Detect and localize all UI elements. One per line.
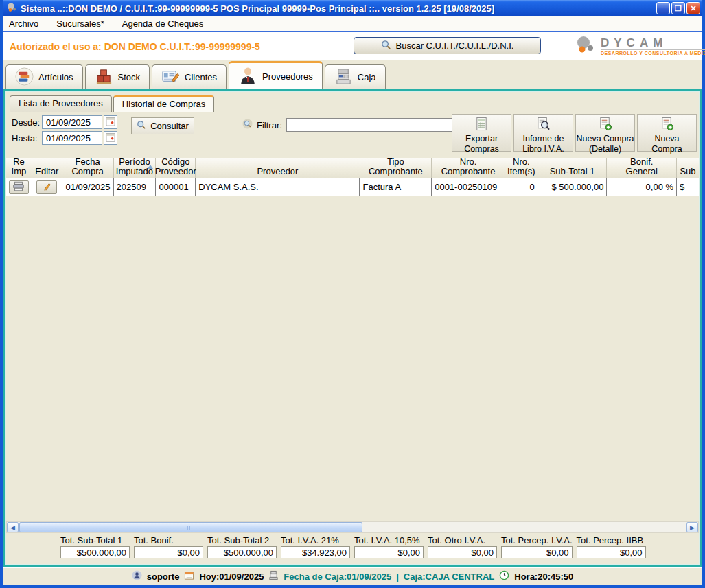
new-document-icon — [598, 117, 612, 134]
tab-stock[interactable]: Stock — [85, 64, 150, 89]
sub-tabstrip: Lista de Proveedores Historial de Compra… — [5, 91, 700, 112]
action-label: Nueva Compra — [576, 134, 634, 144]
calendar-icon — [106, 117, 115, 128]
total-value: $500.000,00 — [207, 546, 277, 558]
total-label: Tot. Bonif. — [134, 535, 203, 545]
total-value: $0,00 — [354, 546, 424, 558]
col-nro-comprobante[interactable]: Nro.Comprobante — [432, 158, 505, 178]
boxes-icon — [95, 67, 113, 88]
desde-calendar-button[interactable] — [104, 115, 117, 129]
exportar-compras-button[interactable]: Exportar Compras — [452, 114, 511, 152]
total-label: Tot. Percep. I.V.A. — [501, 535, 573, 545]
col-codigo-proveedor[interactable]: CódigoProveedor — [156, 158, 196, 178]
col-nro-items[interactable]: Nro.Item(s) — [505, 158, 538, 178]
col-bonif-general[interactable]: Bonif.General — [607, 158, 677, 178]
authorized-text: Autorizado el uso a: DON DEMO C.U.I.T.:9… — [10, 41, 260, 52]
main-panel: Lista de Proveedores Historial de Compra… — [3, 89, 702, 567]
scrollbar-thumb[interactable] — [19, 522, 362, 532]
status-user: soporte — [147, 572, 180, 582]
app-window: Sistema ..::DON DEMO / C.U.I.T.:99-99999… — [0, 0, 705, 588]
total-value: $0,00 — [428, 546, 497, 558]
filtrar-input[interactable] — [286, 118, 466, 132]
clock-icon — [499, 570, 509, 583]
main-tabstrip: Artículos Stock Clientes Proveedores Caj… — [3, 60, 702, 89]
cell-sub-clipped: $ — [677, 178, 699, 196]
hasta-calendar-button[interactable] — [104, 131, 117, 145]
tab-label: Artículos — [38, 72, 73, 82]
cell-periodo-imputado: 202509 — [114, 178, 157, 196]
scroll-left-arrow-icon[interactable]: ◀ — [7, 522, 19, 532]
total-label: Tot. I.V.A. 21% — [281, 535, 350, 545]
scroll-right-arrow-icon[interactable]: ▶ — [686, 522, 698, 532]
purchases-table: ReImp Editar FechaCompra PeríodoImputado… — [6, 158, 699, 196]
sort-asc-icon — [148, 165, 153, 169]
cell-subtotal-1: $ 500.000,00 — [538, 178, 608, 196]
hasta-input[interactable] — [42, 131, 102, 145]
total-bonif: Tot. Bonif. $0,00 — [134, 535, 203, 558]
table-row[interactable]: 01/09/2025 202509 000001 DYCAM S.A.S. Fa… — [6, 178, 699, 196]
titlebar: Sistema ..::DON DEMO / C.U.I.T.:99-99999… — [3, 0, 702, 16]
cell-codigo-proveedor: 000001 — [156, 178, 196, 196]
cell-proveedor: DYCAM S.A.S. — [196, 178, 360, 196]
col-periodo-imputado[interactable]: PeríodoImputado — [114, 158, 157, 178]
header-band: Autorizado el uso a: DON DEMO C.U.I.T.:9… — [3, 32, 702, 60]
logo-name: DYCAM — [601, 37, 705, 50]
total-value: $0,00 — [501, 546, 573, 558]
buscar-cuit-button[interactable]: Buscar C.U.I.T./C.U.I.L./D.N.I. — [354, 37, 541, 54]
subtab-historial-compras[interactable]: Historial de Compras — [113, 95, 214, 112]
export-spreadsheet-icon — [474, 117, 489, 134]
app-logo-icon — [6, 2, 17, 15]
menu-agenda-cheques[interactable]: Agenda de Cheques — [122, 19, 204, 29]
print-row-button[interactable] — [9, 180, 29, 194]
menu-sucursales[interactable]: Sucursales* — [56, 19, 104, 29]
col-sub-clipped[interactable]: Sub — [677, 158, 699, 178]
total-percep-iibb: Tot. Percep. IIBB $0,00 — [577, 535, 646, 558]
col-reimp[interactable]: ReImp — [6, 158, 32, 178]
consultar-button[interactable]: Consultar — [131, 117, 194, 134]
filter-zone: Desde: Hasta: — [5, 112, 700, 156]
total-label: Tot. I.V.A. 10,5% — [354, 535, 424, 545]
desde-input[interactable] — [42, 115, 102, 129]
pencil-icon — [43, 182, 51, 193]
tab-articulos[interactable]: Artículos — [5, 64, 83, 89]
cell-fecha-compra: 01/09/2025 — [62, 178, 114, 196]
cell-nro-comprobante: 0001-00250109 — [432, 178, 505, 196]
action-label: Compra — [651, 144, 682, 154]
new-document-icon — [660, 117, 674, 134]
action-buttons: Exportar Compras Informe de Libro I.V.A.… — [452, 114, 697, 152]
menu-archivo[interactable]: Archivo — [9, 19, 38, 29]
tab-clientes[interactable]: Clientes — [152, 64, 227, 89]
filter-search-icon — [242, 119, 253, 131]
action-label: Nueva — [654, 134, 679, 144]
nueva-compra-button[interactable]: Nueva Compra — [637, 114, 697, 152]
buscar-label: Buscar C.U.I.T./C.U.I.L./D.N.I. — [396, 40, 514, 51]
action-label: Libro I.V.A. — [522, 144, 564, 154]
consultar-label: Consultar — [150, 121, 189, 131]
col-fecha-compra[interactable]: FechaCompra — [62, 158, 114, 178]
close-button[interactable]: ✕ — [686, 2, 700, 14]
tab-caja[interactable]: Caja — [325, 64, 386, 89]
calendar-icon — [184, 570, 194, 583]
tab-label: Clientes — [185, 72, 217, 82]
search-icon — [137, 120, 146, 132]
col-proveedor[interactable]: Proveedor — [196, 158, 360, 178]
col-editar[interactable]: Editar — [32, 158, 62, 178]
cell-editar — [32, 178, 62, 196]
total-subtotal2: Tot. Sub-Total 2 $500.000,00 — [207, 535, 277, 558]
tab-proveedores[interactable]: Proveedores — [229, 61, 323, 89]
col-tipo-comprobante[interactable]: TipoComprobante — [360, 158, 432, 178]
informe-libro-iva-button[interactable]: Informe de Libro I.V.A. — [513, 114, 573, 152]
col-subtotal-1[interactable]: Sub-Total 1 — [538, 158, 608, 178]
status-hora: Hora:20:45:50 — [514, 572, 573, 582]
tab-label: Proveedores — [262, 71, 313, 82]
horizontal-scrollbar[interactable]: ◀ ▶ — [6, 521, 699, 533]
books-icon — [15, 67, 34, 88]
minimize-button[interactable]: _ — [656, 2, 670, 14]
edit-row-button[interactable] — [36, 180, 57, 194]
nueva-compra-detalle-button[interactable]: Nueva Compra (Detalle) — [575, 114, 635, 152]
maximize-button[interactable]: ❐ — [671, 2, 685, 14]
printer-icon — [12, 181, 25, 193]
status-bar: soporte Hoy:01/09/2025 Fecha de Caja:01/… — [3, 567, 702, 585]
subtab-lista-proveedores[interactable]: Lista de Proveedores — [10, 95, 112, 112]
total-iva21: Tot. I.V.A. 21% $34.923,00 — [281, 535, 350, 558]
